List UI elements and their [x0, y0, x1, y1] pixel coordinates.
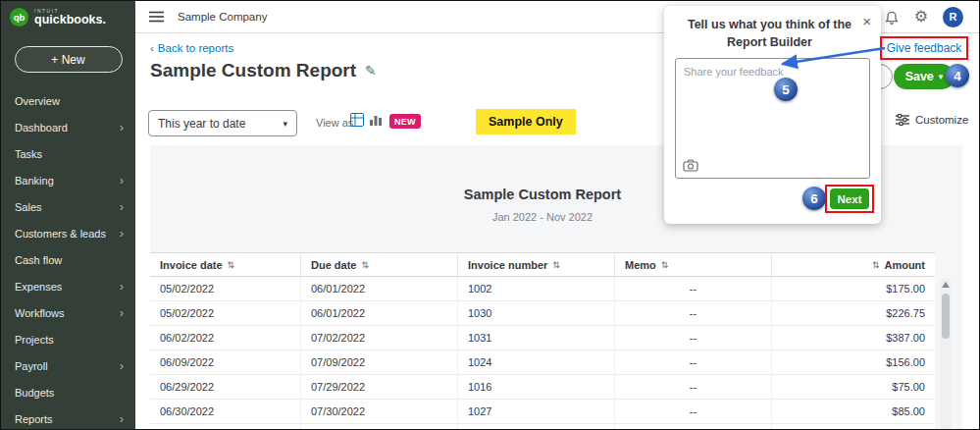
- scrollbar-thumb[interactable]: [942, 294, 950, 339]
- vertical-scrollbar[interactable]: [940, 278, 952, 430]
- sidebar-item-customers-leads[interactable]: Customers & leads›: [1, 220, 135, 246]
- notifications-bell-icon[interactable]: [884, 9, 900, 25]
- sidebar-item-reports[interactable]: Reports›: [1, 405, 135, 430]
- quickbooks-logo[interactable]: qb INTUIT quickbooks.: [1, 1, 135, 33]
- popup-title: Tell us what you think of the Report Bui…: [664, 6, 881, 51]
- back-chevron-icon: ‹: [150, 42, 154, 54]
- settings-gear-icon[interactable]: ⚙: [914, 9, 928, 25]
- customize-button[interactable]: Customize: [896, 114, 968, 126]
- table-row[interactable]: 06/02/202207/02/20221031--$387.00: [150, 326, 935, 350]
- give-feedback-link[interactable]: Give feedback: [887, 41, 962, 55]
- company-name: Sample Company: [178, 11, 267, 23]
- date-range-select[interactable]: This year to date ▾: [148, 110, 297, 136]
- chevron-down-icon: ▾: [939, 72, 944, 81]
- annotation-step-4-badge: 4: [946, 64, 969, 87]
- sidebar-item-projects[interactable]: Projects: [1, 326, 135, 352]
- next-button[interactable]: Next: [830, 188, 869, 209]
- chevron-down-icon: ▾: [283, 119, 287, 129]
- annotation-step-5-badge: 5: [774, 78, 798, 101]
- column-header-amount[interactable]: ⇅Amount: [772, 253, 935, 276]
- table-row[interactable]: 05/02/202206/01/20221002--$175.00: [150, 277, 935, 301]
- view-as-label: View as: [316, 117, 353, 129]
- chevron-right-icon: ›: [120, 306, 124, 319]
- view-as-chart-icon[interactable]: [369, 113, 383, 131]
- chevron-right-icon: ›: [120, 200, 124, 213]
- back-to-reports-link[interactable]: ‹ Back to reports: [150, 42, 233, 54]
- table-row[interactable]: 05/02/202206/01/20221030--$226.75: [150, 301, 935, 326]
- edit-title-pencil-icon[interactable]: ✎: [365, 63, 377, 79]
- sidebar-item-cash-flow[interactable]: Cash flow: [1, 246, 135, 273]
- new-button[interactable]: + New: [15, 46, 123, 73]
- give-feedback-highlight-box: Give feedback: [880, 36, 968, 60]
- column-header-due-date[interactable]: Due date⇅: [301, 253, 458, 276]
- sidebar-item-sales[interactable]: Sales›: [1, 193, 135, 220]
- sidebar-item-budgets[interactable]: Budgets: [1, 379, 135, 405]
- sidebar-item-expenses[interactable]: Expenses›: [1, 273, 135, 299]
- quickbooks-wordmark: quickbooks.: [34, 14, 106, 27]
- sidebar-item-dashboard[interactable]: Dashboard›: [1, 114, 135, 140]
- view-as-table-icon[interactable]: [350, 113, 364, 131]
- close-icon[interactable]: ×: [862, 13, 871, 29]
- sliders-icon: [896, 114, 909, 126]
- scroll-up-arrow-icon[interactable]: [942, 282, 950, 288]
- feedback-textarea[interactable]: [675, 58, 870, 179]
- quickbooks-logo-icon: qb: [10, 8, 28, 27]
- sidebar-item-banking[interactable]: Banking›: [1, 167, 135, 193]
- sidebar-item-workflows[interactable]: Workflows›: [1, 299, 135, 326]
- column-header-memo[interactable]: Memo⇅: [615, 253, 772, 276]
- sidebar-menu: Overview Dashboard› Tasks Banking› Sales…: [1, 87, 135, 430]
- table-header-row: Invoice date⇅ Due date⇅ Invoice number⇅ …: [150, 252, 935, 277]
- table-row[interactable]: 06/09/202207/09/20221024--$156.00: [150, 350, 935, 375]
- table-row-clipped[interactable]: [150, 424, 935, 430]
- new-badge: NEW: [389, 114, 421, 129]
- sidebar-item-payroll[interactable]: Payroll›: [1, 352, 135, 379]
- report-table: Invoice date⇅ Due date⇅ Invoice number⇅ …: [150, 252, 935, 430]
- quickbooks-app: qb INTUIT quickbooks. + New Overview Das…: [0, 0, 980, 430]
- sort-icon: ⇅: [661, 260, 669, 270]
- topbar-actions: ⚙ R: [884, 7, 963, 27]
- sidebar-item-tasks[interactable]: Tasks: [1, 140, 135, 167]
- sidebar: qb INTUIT quickbooks. + New Overview Das…: [1, 1, 135, 429]
- sidebar-toggle-icon[interactable]: [149, 11, 164, 23]
- chevron-right-icon: ›: [120, 359, 124, 372]
- user-avatar[interactable]: R: [943, 7, 963, 27]
- column-header-invoice-number[interactable]: Invoice number⇅: [458, 253, 615, 276]
- brand-wordmark: INTUIT quickbooks.: [34, 8, 106, 27]
- chevron-right-icon: ›: [120, 280, 124, 293]
- chevron-right-icon: ›: [120, 412, 124, 425]
- page-title: Sample Custom Report: [150, 60, 356, 81]
- table-row[interactable]: 06/30/202207/30/20221027--$85.00: [150, 400, 935, 424]
- chevron-right-icon: ›: [120, 174, 124, 187]
- sample-only-badge: Sample Only: [476, 109, 576, 134]
- page-title-row: Sample Custom Report ✎: [150, 60, 377, 81]
- feedback-popup: Tell us what you think of the Report Bui…: [664, 6, 881, 224]
- sort-icon: ⇅: [552, 260, 560, 270]
- annotation-step-6-badge: 6: [802, 187, 826, 210]
- sidebar-item-overview[interactable]: Overview: [1, 87, 135, 114]
- chevron-right-icon: ›: [120, 227, 124, 240]
- table-row[interactable]: 06/29/202207/29/20221016--$75.00: [150, 375, 935, 400]
- sort-icon: ⇅: [872, 260, 880, 270]
- sort-icon: ⇅: [361, 260, 369, 270]
- camera-icon[interactable]: [683, 158, 698, 176]
- sort-icon: ⇅: [228, 260, 235, 270]
- column-header-invoice-date[interactable]: Invoice date⇅: [150, 253, 301, 276]
- chevron-right-icon: ›: [120, 121, 124, 134]
